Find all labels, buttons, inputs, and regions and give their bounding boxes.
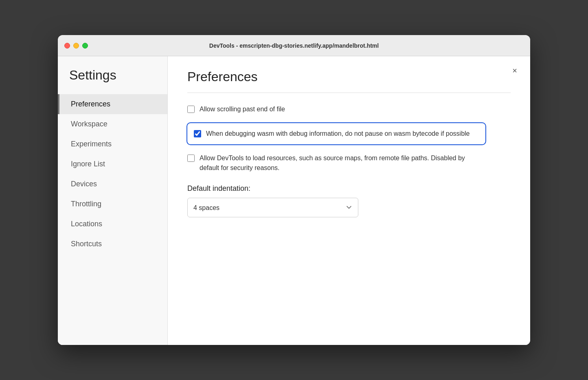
sidebar-item-preferences[interactable]: Preferences — [58, 94, 167, 114]
scroll-past-end-label[interactable]: Allow scrolling past end of file — [200, 104, 285, 114]
close-button[interactable]: × — [509, 64, 520, 77]
remote-sources-row: Allow DevTools to load resources, such a… — [187, 153, 486, 173]
title-bar: DevTools - emscripten-dbg-stories.netlif… — [58, 35, 530, 56]
remote-sources-label[interactable]: Allow DevTools to load resources, such a… — [200, 153, 486, 173]
sidebar-item-experiments[interactable]: Experiments — [58, 134, 167, 154]
sidebar-heading: Settings — [58, 68, 167, 94]
scroll-past-end-checkbox[interactable] — [187, 106, 195, 113]
wasm-debug-label[interactable]: When debugging wasm with debug informati… — [206, 129, 470, 139]
sidebar-item-ignore-list[interactable]: Ignore List — [58, 154, 167, 174]
sidebar: Settings Preferences Workspace Experimen… — [58, 56, 168, 345]
sidebar-item-locations[interactable]: Locations — [58, 214, 167, 234]
minimize-traffic-light[interactable] — [73, 43, 79, 49]
main-content: × Preferences Allow scrolling past end o… — [168, 56, 530, 345]
scroll-past-end-row: Allow scrolling past end of file — [187, 104, 511, 114]
window-body: Settings Preferences Workspace Experimen… — [58, 56, 530, 345]
indentation-label: Default indentation: — [187, 184, 511, 193]
maximize-traffic-light[interactable] — [82, 43, 88, 49]
indentation-select-wrapper: 2 spaces 4 spaces 8 spaces Tab character — [187, 198, 358, 217]
sidebar-item-devices[interactable]: Devices — [58, 174, 167, 194]
close-traffic-light[interactable] — [64, 43, 70, 49]
traffic-lights — [64, 43, 88, 49]
section-divider — [187, 93, 511, 93]
sidebar-item-throttling[interactable]: Throttling — [58, 194, 167, 214]
remote-sources-checkbox[interactable] — [187, 155, 195, 162]
window-title: DevTools - emscripten-dbg-stories.netlif… — [209, 42, 379, 49]
indentation-section: Default indentation: 2 spaces 4 spaces 8… — [187, 184, 511, 217]
devtools-window: DevTools - emscripten-dbg-stories.netlif… — [58, 35, 530, 345]
sidebar-item-workspace[interactable]: Workspace — [58, 114, 167, 134]
section-title: Preferences — [187, 69, 511, 84]
indentation-select[interactable]: 2 spaces 4 spaces 8 spaces Tab character — [187, 198, 358, 217]
wasm-debug-checkbox[interactable] — [194, 130, 201, 137]
wasm-debug-row: When debugging wasm with debug informati… — [186, 122, 486, 145]
sidebar-item-shortcuts[interactable]: Shortcuts — [58, 234, 167, 254]
